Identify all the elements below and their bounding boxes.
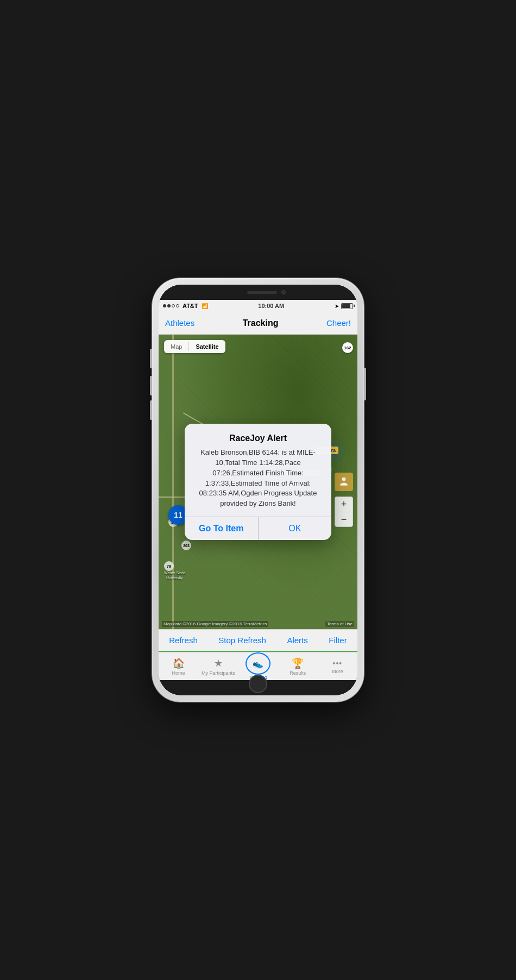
home-icon: 🏠 bbox=[173, 657, 185, 669]
bottom-toolbar: Refresh Stop Refresh Alerts Filter bbox=[159, 629, 357, 652]
signal-dot-3 bbox=[172, 304, 175, 307]
star-icon: ★ bbox=[214, 657, 223, 669]
tab-home-label: Home bbox=[172, 670, 185, 676]
screen-content: AT&T 📶 10:00 AM ➤ Athletes Tracking Chee… bbox=[159, 300, 357, 680]
alert-content: RaceJoy Alert Kaleb Bronson,BIB 6144: is… bbox=[185, 424, 331, 517]
carrier-name: AT&T bbox=[183, 303, 198, 309]
status-bar: AT&T 📶 10:00 AM ➤ bbox=[159, 300, 357, 312]
battery-fill bbox=[342, 304, 350, 308]
front-camera bbox=[281, 290, 286, 294]
footprint-icon: 👟 bbox=[253, 658, 263, 669]
trophy-icon: 🏆 bbox=[292, 657, 304, 669]
alert-buttons: Go To Item OK bbox=[185, 517, 331, 540]
tab-participants-label: My Participants bbox=[202, 670, 235, 676]
alert-message: Kaleb Bronson,BIB 6144: is at MILE-10,To… bbox=[193, 448, 323, 509]
tab-my-participants[interactable]: ★ My Participants bbox=[198, 652, 238, 680]
signal-dot-4 bbox=[176, 304, 179, 307]
alert-dialog: RaceJoy Alert Kaleb Bronson,BIB 6144: is… bbox=[185, 424, 331, 540]
signal-strength bbox=[163, 304, 179, 307]
filter-button[interactable]: Filter bbox=[329, 636, 347, 645]
phone-top-bar bbox=[159, 285, 357, 300]
more-dots-icon: ••• bbox=[333, 659, 343, 668]
tab-home[interactable]: 🏠 Home bbox=[159, 652, 198, 680]
status-right: ➤ bbox=[335, 303, 353, 309]
tab-results-label: Results bbox=[290, 670, 306, 676]
alert-overlay: RaceJoy Alert Kaleb Bronson,BIB 6144: is… bbox=[159, 335, 357, 629]
phone-speaker bbox=[247, 291, 277, 294]
home-button[interactable] bbox=[249, 675, 267, 693]
map-view[interactable]: Map Satellite 162 39 79 203 Weber StateU… bbox=[159, 335, 357, 629]
phone-frame: AT&T 📶 10:00 AM ➤ Athletes Tracking Chee… bbox=[152, 278, 364, 702]
battery-indicator bbox=[341, 303, 353, 309]
status-time: 10:00 AM bbox=[258, 303, 284, 309]
stop-refresh-button[interactable]: Stop Refresh bbox=[218, 636, 266, 645]
back-button[interactable]: Athletes bbox=[165, 318, 194, 328]
go-to-item-button[interactable]: Go To Item bbox=[185, 517, 258, 540]
tracking-circle: 👟 bbox=[246, 652, 270, 675]
phone-screen: AT&T 📶 10:00 AM ➤ Athletes Tracking Chee… bbox=[159, 285, 357, 695]
signal-dot-2 bbox=[167, 304, 171, 307]
cheer-button[interactable]: Cheer! bbox=[326, 318, 351, 328]
alerts-button[interactable]: Alerts bbox=[287, 636, 307, 645]
alert-title: RaceJoy Alert bbox=[193, 434, 323, 443]
refresh-button[interactable]: Refresh bbox=[169, 636, 198, 645]
signal-dot-1 bbox=[163, 304, 166, 307]
tab-more[interactable]: ••• More bbox=[318, 652, 357, 680]
ok-button[interactable]: OK bbox=[259, 517, 332, 540]
status-left: AT&T 📶 bbox=[163, 303, 208, 309]
tab-more-label: More bbox=[332, 669, 343, 674]
location-arrow-icon: ➤ bbox=[335, 303, 339, 309]
wifi-icon: 📶 bbox=[202, 303, 208, 309]
phone-bottom-bar bbox=[159, 680, 357, 695]
tab-results[interactable]: 🏆 Results bbox=[278, 652, 318, 680]
nav-bar: Athletes Tracking Cheer! bbox=[159, 312, 357, 335]
page-title: Tracking bbox=[243, 318, 279, 328]
